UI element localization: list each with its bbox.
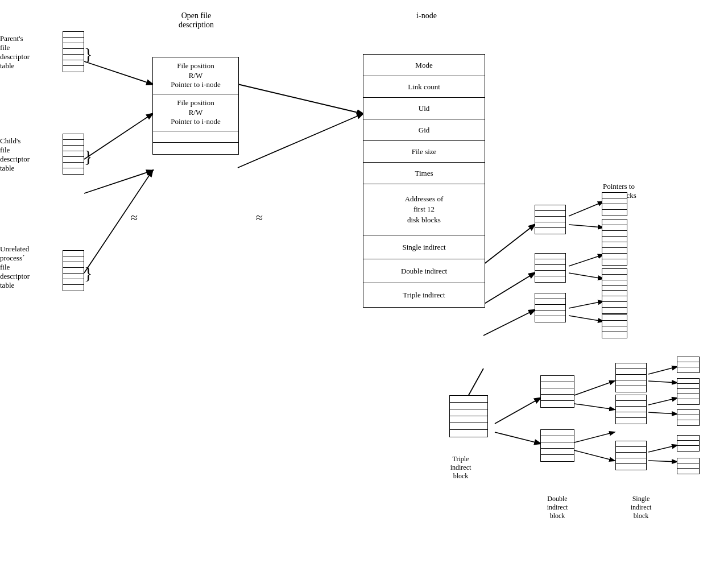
svg-line-19 xyxy=(495,432,540,444)
inode-label: i-node xyxy=(364,11,489,20)
double-indirect-block-1 xyxy=(540,375,574,408)
disk-block-si1 xyxy=(602,242,627,266)
svg-line-27 xyxy=(648,412,677,414)
svg-text:≈: ≈ xyxy=(256,210,263,225)
svg-line-2 xyxy=(84,171,152,193)
unrelated-fd-brace: } xyxy=(84,250,92,296)
childs-fd-label: Child'sfiledescriptortable xyxy=(0,136,63,173)
diagram: ≈ ≈ xyxy=(0,0,728,588)
svg-line-17 xyxy=(569,316,603,321)
svg-line-3 xyxy=(84,171,152,273)
parents-fd-label: Parent'sfiledescriptortable xyxy=(0,34,63,71)
svg-line-0 xyxy=(84,61,152,84)
svg-line-20 xyxy=(574,381,614,395)
disk-block-si2 xyxy=(602,268,627,292)
svg-line-8 xyxy=(483,225,535,264)
svg-line-21 xyxy=(574,404,614,409)
parents-fd-brace: } xyxy=(84,31,92,77)
svg-line-14 xyxy=(569,255,603,266)
disk-block-di1 xyxy=(602,290,627,314)
ptr-block-r5 xyxy=(677,435,700,452)
addr-block-1 xyxy=(535,205,566,234)
ptr-block-r3 xyxy=(677,388,700,405)
svg-line-5 xyxy=(238,114,363,168)
svg-line-12 xyxy=(569,202,603,216)
double-indirect-block-2 xyxy=(540,429,574,462)
double-indirect-block-label: Doubleindirectblock xyxy=(529,495,586,520)
triple-indirect-block xyxy=(449,395,488,437)
svg-line-18 xyxy=(495,398,540,424)
svg-line-4 xyxy=(238,84,363,114)
svg-line-26 xyxy=(648,398,677,405)
childs-fd-brace: } xyxy=(84,134,92,179)
svg-line-22 xyxy=(574,432,614,442)
unrelated-fd-label: Unrelatedprocess´filedescriptortable xyxy=(0,245,63,290)
svg-line-24 xyxy=(648,367,677,374)
disk-block-di2 xyxy=(602,314,627,338)
triple-indirect-block-label: Tripleindirectblock xyxy=(432,455,489,481)
svg-line-16 xyxy=(569,301,603,308)
ptr-block-r6 xyxy=(677,458,700,474)
double-indirect-ptr-block xyxy=(535,293,566,322)
svg-line-1 xyxy=(84,114,152,159)
single-indirect-block-3 xyxy=(615,441,647,470)
svg-line-28 xyxy=(648,445,677,452)
svg-line-13 xyxy=(569,225,603,227)
open-file-desc-label: Open filedescription xyxy=(154,11,239,30)
svg-line-29 xyxy=(648,461,677,462)
svg-line-23 xyxy=(574,450,614,461)
ptr-block-r1 xyxy=(677,357,700,373)
unrelated-fd-block xyxy=(63,250,84,291)
disk-block-r2 xyxy=(602,219,627,243)
svg-line-9 xyxy=(483,273,535,304)
open-file-desc-block: File positionR/WPointer to i-node File p… xyxy=(152,57,239,155)
single-indirect-block-label: Singleindirectblock xyxy=(610,495,672,520)
disk-block-r1 xyxy=(602,192,627,216)
single-indirect-block-1 xyxy=(615,363,647,392)
single-indirect-block-2 xyxy=(615,395,647,424)
parents-fd-block xyxy=(63,31,84,72)
childs-fd-block xyxy=(63,134,84,175)
svg-line-15 xyxy=(569,273,603,279)
ptr-block-r4 xyxy=(677,409,700,426)
inode-block: Mode Link count Uid Gid File size Times … xyxy=(363,54,485,308)
svg-line-10 xyxy=(483,310,535,336)
svg-line-25 xyxy=(648,381,677,383)
svg-text:≈: ≈ xyxy=(131,210,138,225)
single-indirect-ptr-block xyxy=(535,253,566,283)
